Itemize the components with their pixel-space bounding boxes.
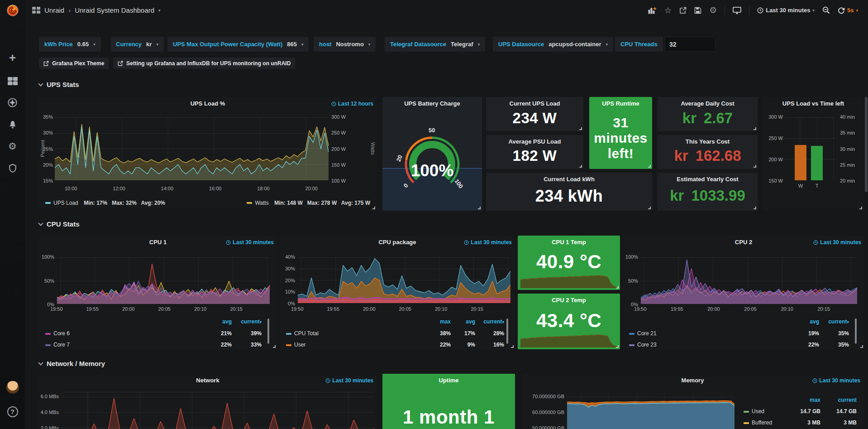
- panel-time-badge[interactable]: Last 30 minutes: [813, 239, 861, 246]
- legend-scrollbar[interactable]: [267, 318, 269, 344]
- panel-title[interactable]: This Years Cost: [658, 138, 758, 145]
- variable-host[interactable]: host Nostromo ▾: [314, 37, 376, 52]
- explore-icon[interactable]: [0, 95, 25, 110]
- panel-title[interactable]: Uptime: [382, 377, 515, 384]
- panel-title[interactable]: Average Daily Cost: [658, 100, 758, 107]
- cpu-threads-input[interactable]: [665, 37, 715, 52]
- panel-resize-handle[interactable]: [648, 165, 651, 168]
- legend-item[interactable]: CPU Total: [286, 328, 419, 339]
- panel-resize-handle[interactable]: [511, 345, 514, 348]
- cpu-package-chart[interactable]: [298, 257, 510, 303]
- breadcrumb-folder[interactable]: Unraid: [44, 6, 64, 14]
- link-grafana-plex-theme[interactable]: Grafana Plex Theme: [39, 58, 109, 69]
- server-admin-icon[interactable]: [0, 160, 25, 176]
- panel-title[interactable]: Current Load kWh: [486, 176, 652, 183]
- legend-sort-max[interactable]: max: [792, 395, 820, 406]
- panel-title[interactable]: CPU 1 Temp: [518, 239, 620, 246]
- variable-ups-datasource[interactable]: UPS Datasource apcupsd-container ▾: [493, 37, 613, 52]
- add-panel-button[interactable]: [648, 7, 657, 14]
- create-icon[interactable]: +: [0, 50, 25, 65]
- legend-sort-avg[interactable]: avg: [790, 316, 819, 328]
- link-ups-monitoring-guide[interactable]: Setting up Grafana and InfluxDB for UPS …: [113, 58, 295, 69]
- star-button[interactable]: ☆: [664, 5, 672, 15]
- variable-telegraf-datasource[interactable]: Telegraf Datasource Telegraf ▾: [385, 37, 485, 52]
- panel-title[interactable]: UPS Load %: [39, 100, 377, 107]
- zoom-out-button[interactable]: [822, 6, 830, 14]
- legend-scrollbar[interactable]: [855, 318, 857, 344]
- legend-sort-current[interactable]: current: [820, 395, 857, 406]
- panel-title[interactable]: Current UPS Load: [486, 100, 583, 107]
- legend-sort-max[interactable]: max: [419, 316, 451, 328]
- panel-resize-handle[interactable]: [273, 345, 276, 348]
- kiosk-mode-button[interactable]: [733, 7, 741, 14]
- legend-item[interactable]: Buffered: [744, 417, 792, 429]
- network-chart[interactable]: [61, 392, 374, 429]
- panel-title[interactable]: CPU 2 Temp: [518, 297, 620, 304]
- legend-item[interactable]: Used: [744, 406, 792, 417]
- refresh-button[interactable]: 5s ▾: [838, 7, 858, 14]
- panel-resize-handle[interactable]: [860, 345, 863, 348]
- page-scrollbar[interactable]: [865, 0, 868, 429]
- panel-title[interactable]: Estimated Yearly Cost: [658, 176, 758, 183]
- panel-resize-handle[interactable]: [616, 286, 619, 289]
- grafana-logo[interactable]: [0, 3, 25, 18]
- bar-watts[interactable]: [795, 145, 806, 180]
- section-ups-stats[interactable]: UPS Stats: [39, 81, 79, 88]
- share-button[interactable]: [679, 7, 687, 14]
- panel-resize-handle[interactable]: [859, 207, 862, 209]
- panel-time-badge[interactable]: Last 30 minutes: [464, 239, 512, 246]
- panel-resize-handle[interactable]: [616, 345, 619, 348]
- legend-item[interactable]: Core 21: [629, 328, 790, 339]
- refresh-caret-icon[interactable]: ▾: [856, 8, 858, 13]
- bar-time-left[interactable]: [811, 146, 823, 180]
- legend-sort-current[interactable]: current▾: [232, 316, 262, 328]
- legend-item[interactable]: User: [286, 339, 419, 351]
- panel-resize-handle[interactable]: [478, 207, 481, 209]
- panel-resize-handle[interactable]: [579, 165, 582, 168]
- time-range-picker[interactable]: Last 30 minutes ▾: [757, 7, 815, 14]
- legend-sort-current[interactable]: current▾: [819, 316, 849, 328]
- configuration-icon[interactable]: ⚙: [0, 139, 25, 154]
- legend-sort-current[interactable]: current▾: [475, 316, 504, 328]
- legend-watts[interactable]: Watts Min: 148 W Max: 278 W Avg: 175 W: [247, 198, 370, 207]
- legend-sort-avg[interactable]: avg: [451, 316, 475, 328]
- memory-chart[interactable]: [567, 392, 734, 429]
- panel-time-badge[interactable]: Last 30 minutes: [812, 377, 860, 384]
- legend-item[interactable]: Core 7: [45, 339, 203, 351]
- legend-item[interactable]: Core 6: [45, 328, 203, 339]
- scrollbar-thumb[interactable]: [865, 97, 868, 192]
- ups-load-chart[interactable]: [55, 117, 329, 180]
- dashboard-caret-icon[interactable]: ▾: [158, 8, 161, 13]
- refresh-interval-label[interactable]: 5s: [847, 7, 854, 14]
- avatar[interactable]: [0, 380, 25, 395]
- panel-time-badge[interactable]: Last 30 minutes: [226, 239, 274, 246]
- alerting-icon[interactable]: [0, 117, 25, 132]
- panel-resize-handle[interactable]: [648, 207, 651, 209]
- panel-time-badge[interactable]: Last 12 hours: [331, 101, 373, 107]
- cpu2-chart[interactable]: [641, 257, 857, 304]
- panel-resize-handle[interactable]: [754, 165, 756, 168]
- legend-ups-load[interactable]: UPS Load Min: 17% Max: 32% Avg: 20%: [45, 198, 165, 207]
- panel-resize-handle[interactable]: [579, 127, 582, 130]
- panel-title[interactable]: Average PSU Load: [486, 138, 583, 145]
- help-icon[interactable]: ?: [0, 404, 25, 419]
- dashboard-title[interactable]: Unraid System Dashboard: [75, 6, 154, 14]
- legend-sort-avg[interactable]: avg: [203, 316, 232, 328]
- panel-title[interactable]: UPS Runtime: [589, 100, 652, 107]
- panel-resize-handle[interactable]: [754, 127, 756, 130]
- cpu1-chart[interactable]: [57, 257, 270, 304]
- variable-ups-max-output[interactable]: UPS Max Output Power Capacity (Watt) 865…: [167, 37, 309, 52]
- section-network-memory[interactable]: Network / Memory: [39, 360, 105, 367]
- save-button[interactable]: [694, 7, 701, 14]
- section-cpu-stats[interactable]: CPU Stats: [39, 220, 80, 228]
- panel-time-badge[interactable]: Last 30 minutes: [325, 377, 373, 384]
- legend-item[interactable]: Core 23: [629, 339, 790, 351]
- legend-scrollbar[interactable]: [506, 318, 508, 344]
- panel-resize-handle[interactable]: [754, 207, 756, 209]
- variable-currency[interactable]: Currency kr ▾: [110, 37, 164, 52]
- panel-resize-handle[interactable]: [372, 207, 375, 209]
- ups-vs-time-chart[interactable]: [785, 117, 835, 180]
- settings-button[interactable]: ⚙: [709, 5, 717, 15]
- variable-kwh-price[interactable]: kWh Price 0.65 ▾: [39, 37, 101, 52]
- dashboards-icon[interactable]: [0, 73, 25, 89]
